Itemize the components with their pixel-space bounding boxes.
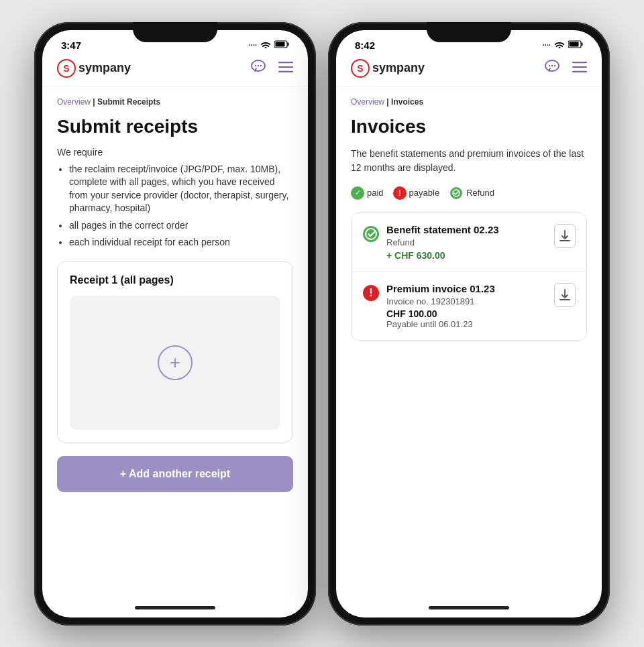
status-time-2: 8:42 bbox=[355, 40, 375, 51]
svg-rect-12 bbox=[570, 42, 579, 47]
logo-1: S sympany bbox=[57, 59, 131, 78]
logo-text-1: sympany bbox=[78, 61, 131, 75]
invoice-1-name: Benefit statement 02.23 bbox=[386, 224, 499, 235]
svg-rect-1 bbox=[288, 43, 289, 46]
svg-point-4 bbox=[255, 65, 256, 66]
svg-point-14 bbox=[549, 65, 550, 66]
status-icons-1: ···· bbox=[249, 40, 289, 50]
header-icons-2 bbox=[544, 59, 587, 77]
logo-text-2: sympany bbox=[372, 61, 425, 75]
screen-2: 8:42 ···· S bbox=[336, 30, 602, 617]
app-header-1: S sympany bbox=[42, 54, 308, 86]
app-header-2: S sympany bbox=[336, 54, 602, 86]
battery-icon-1 bbox=[274, 40, 289, 50]
svg-rect-18 bbox=[572, 66, 587, 68]
breadcrumb-2: Overview | Invoices bbox=[351, 97, 587, 107]
invoice-card-1: Benefit statement 02.23 Refund + CHF 630… bbox=[352, 213, 586, 272]
invoice-2-due: Payable until 06.01.23 bbox=[386, 319, 495, 329]
breadcrumb-current-1: Submit Receipts bbox=[97, 97, 160, 107]
battery-icon-2 bbox=[568, 40, 583, 50]
logo-circle-1: S bbox=[57, 59, 76, 78]
invoice-2-content: Premium invoice 01.23 Invoice no. 192301… bbox=[386, 283, 495, 329]
invoice-card-2: ! Premium invoice 01.23 Invoice no. 1923… bbox=[352, 272, 586, 340]
svg-rect-8 bbox=[278, 66, 293, 68]
legend-refund: Refund bbox=[449, 186, 494, 200]
payable-label: payable bbox=[409, 188, 440, 198]
receipt-card-title: Receipt 1 (all pages) bbox=[70, 274, 280, 286]
invoice-cards-container: Benefit statement 02.23 Refund + CHF 630… bbox=[351, 213, 587, 341]
page-title-2: Invoices bbox=[351, 116, 587, 137]
upload-area[interactable]: + bbox=[70, 296, 280, 430]
list-item: the reclaim receipt/invoice (JPG/PDF, ma… bbox=[69, 163, 293, 215]
payable-status-icon: ! bbox=[362, 284, 380, 304]
screen-1: 3:47 ···· S bbox=[42, 30, 308, 617]
invoice-1-amount: + CHF 630.00 bbox=[386, 250, 499, 261]
breadcrumb-overview-1[interactable]: Overview bbox=[57, 97, 91, 107]
svg-point-5 bbox=[258, 65, 259, 66]
screen-content-2: Overview | Invoices Invoices The benefit… bbox=[336, 86, 602, 599]
svg-rect-9 bbox=[278, 71, 293, 72]
phone-2: 8:42 ···· S bbox=[328, 22, 610, 626]
logo-2: S sympany bbox=[351, 59, 425, 78]
breadcrumb-1: Overview | Submit Receipts bbox=[57, 97, 293, 107]
home-bar-2 bbox=[336, 599, 602, 617]
invoice-2-name: Premium invoice 01.23 bbox=[386, 283, 495, 294]
svg-point-15 bbox=[551, 65, 553, 66]
phone-1: 3:47 ···· S bbox=[34, 22, 316, 626]
invoice-2-meta: Invoice no. 192301891 bbox=[386, 296, 495, 306]
upload-plus-icon[interactable]: + bbox=[158, 345, 193, 380]
breadcrumb-overview-2[interactable]: Overview bbox=[351, 97, 384, 107]
paid-label: paid bbox=[367, 188, 384, 198]
invoice-card-1-header: Benefit statement 02.23 Refund + CHF 630… bbox=[362, 224, 576, 261]
refund-status-icon bbox=[362, 225, 380, 245]
status-time-1: 3:47 bbox=[61, 40, 81, 51]
notch-1 bbox=[133, 22, 217, 42]
notch-2 bbox=[427, 22, 511, 42]
refund-label: Refund bbox=[466, 188, 494, 198]
refund-icon bbox=[449, 186, 464, 200]
wifi-icon-1 bbox=[260, 40, 271, 50]
menu-icon-2[interactable] bbox=[572, 60, 587, 76]
chat-icon-2[interactable] bbox=[544, 59, 560, 77]
invoice-2-amount: CHF 100.00 bbox=[386, 308, 495, 319]
svg-rect-2 bbox=[276, 42, 285, 47]
logo-circle-2: S bbox=[351, 59, 370, 78]
download-icon-2[interactable] bbox=[554, 283, 576, 307]
instructions-text: We require bbox=[57, 147, 293, 158]
chat-icon-1[interactable] bbox=[250, 59, 266, 77]
header-icons-1 bbox=[250, 59, 293, 77]
svg-point-6 bbox=[260, 65, 262, 66]
payable-icon: ! bbox=[393, 186, 407, 200]
dots-icon-1: ···· bbox=[249, 41, 257, 49]
svg-rect-19 bbox=[572, 71, 587, 72]
paid-icon: ✓ bbox=[351, 186, 364, 200]
invoice-1-content: Benefit statement 02.23 Refund + CHF 630… bbox=[386, 224, 499, 261]
invoice-description: The benefit statements and premium invoi… bbox=[351, 147, 587, 175]
svg-text:!: ! bbox=[369, 287, 372, 298]
svg-rect-7 bbox=[278, 62, 293, 63]
status-icons-2: ···· bbox=[543, 40, 583, 50]
requirements-list: the reclaim receipt/invoice (JPG/PDF, ma… bbox=[57, 163, 293, 250]
legend-payable: ! payable bbox=[393, 186, 440, 200]
home-bar-1 bbox=[42, 599, 308, 617]
list-item: all pages in the correct order bbox=[69, 219, 293, 233]
svg-rect-17 bbox=[572, 62, 587, 63]
wifi-icon-2 bbox=[554, 40, 565, 50]
breadcrumb-current-2: Invoices bbox=[391, 97, 423, 107]
receipt-card-1: Receipt 1 (all pages) + bbox=[57, 261, 293, 443]
page-title-1: Submit receipts bbox=[57, 116, 293, 137]
dots-icon-2: ···· bbox=[543, 41, 551, 49]
add-receipt-button[interactable]: + Add another receipt bbox=[57, 456, 293, 492]
menu-icon-1[interactable] bbox=[278, 60, 293, 76]
svg-point-16 bbox=[554, 65, 555, 66]
invoice-card-2-header: ! Premium invoice 01.23 Invoice no. 1923… bbox=[362, 283, 576, 329]
screen-content-1: Overview | Submit Receipts Submit receip… bbox=[42, 86, 308, 599]
legend-paid: ✓ paid bbox=[351, 186, 384, 200]
download-icon-1[interactable] bbox=[554, 224, 576, 248]
invoice-legend: ✓ paid ! payable Refund bbox=[351, 186, 587, 200]
svg-rect-11 bbox=[582, 43, 583, 46]
home-bar-line-1 bbox=[135, 606, 215, 609]
invoice-card-2-inner: ! Premium invoice 01.23 Invoice no. 1923… bbox=[362, 283, 495, 329]
list-item: each individual receipt for each person bbox=[69, 236, 293, 249]
invoice-1-type: Refund bbox=[386, 237, 499, 247]
